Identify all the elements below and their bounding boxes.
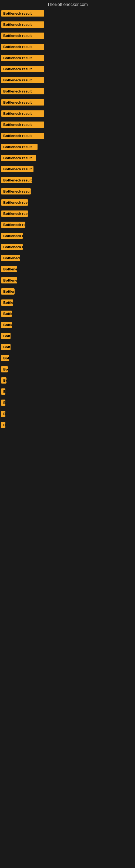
list-item: Bottleneck result (0, 297, 135, 308)
bottleneck-badge[interactable]: Bottleneck result (1, 155, 36, 161)
bottleneck-badge[interactable]: Bottleneck result (1, 88, 44, 94)
bottleneck-badge[interactable]: Bottleneck result (1, 211, 28, 217)
list-item: Bottleneck result (0, 108, 135, 119)
list-item: Bottleneck result (0, 253, 135, 264)
bottleneck-badge[interactable]: Bottleneck result (1, 77, 44, 83)
site-title: TheBottlenecker.com (0, 0, 135, 8)
bottleneck-badge[interactable]: Bottleneck result (1, 389, 5, 395)
list-item: Bottleneck result (0, 319, 135, 330)
list-item: Bottleneck result (0, 186, 135, 197)
bottleneck-badge[interactable]: Bottleneck result (1, 188, 31, 194)
bottleneck-badge[interactable]: Bottleneck result (1, 166, 34, 172)
list-item: Bottleneck result (0, 208, 135, 219)
list-item: Bottleneck result (0, 119, 135, 130)
list-item: Bottleneck result (0, 197, 135, 208)
list-item: Bottleneck result (0, 175, 135, 186)
bottleneck-badge[interactable]: Bottleneck result (1, 255, 20, 261)
list-item: Bottleneck result (0, 30, 135, 41)
bottleneck-badge[interactable]: Bottleneck result (1, 144, 38, 150)
list-item: Bottleneck result (0, 286, 135, 297)
bottleneck-badge[interactable]: Bottleneck result (1, 422, 5, 428)
list-item: Bottleneck result (0, 153, 135, 163)
bottleneck-list: Bottleneck resultBottleneck resultBottle… (0, 8, 135, 430)
list-item: Bottleneck result (0, 264, 135, 275)
bottleneck-badge[interactable]: Bottleneck result (1, 366, 8, 372)
site-header: TheBottlenecker.com (0, 0, 135, 8)
bottleneck-badge[interactable]: Bottleneck result (1, 66, 44, 72)
bottleneck-badge[interactable]: Bottleneck result (1, 288, 14, 294)
list-item: Bottleneck result (0, 53, 135, 63)
bottleneck-badge[interactable]: Bottleneck result (1, 122, 44, 128)
list-item: Bottleneck result (0, 164, 135, 175)
bottleneck-badge[interactable]: Bottleneck result (1, 33, 44, 39)
bottleneck-badge[interactable]: Bottleneck result (1, 111, 44, 117)
bottleneck-badge[interactable]: Bottleneck result (1, 411, 5, 417)
list-item: Bottleneck result (0, 375, 135, 386)
list-item: Bottleneck result (0, 75, 135, 86)
bottleneck-badge[interactable]: Bottleneck result (1, 377, 6, 383)
list-item: Bottleneck result (0, 19, 135, 30)
list-item: Bottleneck result (0, 219, 135, 230)
bottleneck-badge[interactable]: Bottleneck result (1, 300, 13, 306)
list-item: Bottleneck result (0, 130, 135, 141)
bottleneck-badge[interactable]: Bottleneck result (1, 177, 32, 183)
bottleneck-badge[interactable]: Bottleneck result (1, 133, 44, 139)
bottleneck-badge[interactable]: Bottleneck result (1, 311, 12, 317)
bottleneck-badge[interactable]: Bottleneck result (1, 199, 28, 206)
list-item: Bottleneck result (0, 86, 135, 97)
list-item: Bottleneck result (0, 64, 135, 74)
list-item: Bottleneck result (0, 8, 135, 19)
bottleneck-badge[interactable]: Bottleneck result (1, 322, 12, 328)
list-item: Bottleneck result (0, 420, 135, 430)
bottleneck-badge[interactable]: Bottleneck result (1, 22, 44, 28)
list-item: Bottleneck result (0, 275, 135, 286)
list-item: Bottleneck result (0, 308, 135, 319)
list-item: Bottleneck result (0, 242, 135, 252)
list-item: Bottleneck result (0, 142, 135, 152)
bottleneck-badge[interactable]: Bottleneck result (1, 355, 9, 361)
list-item: Bottleneck result (0, 331, 135, 341)
list-item: Bottleneck result (0, 386, 135, 397)
bottleneck-badge[interactable]: Bottleneck result (1, 400, 5, 406)
bottleneck-badge[interactable]: Bottleneck result (1, 233, 23, 239)
list-item: Bottleneck result (0, 353, 135, 364)
list-item: Bottleneck result (0, 41, 135, 52)
bottleneck-badge[interactable]: Bottleneck result (1, 10, 44, 17)
bottleneck-badge[interactable]: Bottleneck result (1, 99, 44, 105)
list-item: Bottleneck result (0, 364, 135, 375)
list-item: Bottleneck result (0, 408, 135, 419)
bottleneck-badge[interactable]: Bottleneck result (1, 344, 10, 350)
list-item: Bottleneck result (0, 342, 135, 352)
bottleneck-badge[interactable]: Bottleneck result (1, 266, 17, 272)
list-item: Bottleneck result (0, 97, 135, 108)
bottleneck-badge[interactable]: Bottleneck result (1, 277, 17, 283)
bottleneck-badge[interactable]: Bottleneck result (1, 333, 10, 339)
bottleneck-badge[interactable]: Bottleneck result (1, 244, 23, 250)
bottleneck-badge[interactable]: Bottleneck result (1, 55, 44, 61)
bottleneck-badge[interactable]: Bottleneck result (1, 222, 26, 228)
bottleneck-badge[interactable]: Bottleneck result (1, 44, 44, 50)
list-item: Bottleneck result (0, 230, 135, 241)
list-item: Bottleneck result (0, 397, 135, 408)
